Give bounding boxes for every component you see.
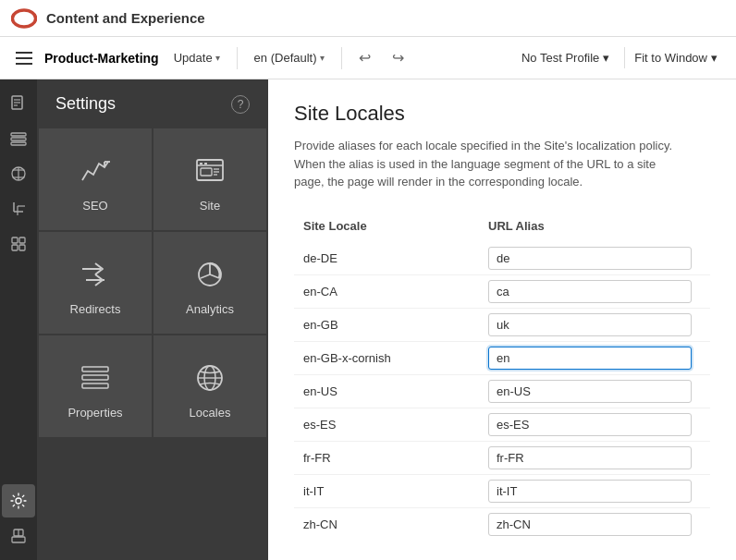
icon-rail	[0, 79, 37, 560]
locale-cell: en-GB	[294, 308, 479, 341]
svg-rect-29	[204, 163, 207, 164]
seo-icon	[77, 152, 114, 189]
alias-input[interactable]	[488, 446, 692, 469]
rail-theme-icon[interactable]	[2, 227, 35, 261]
alias-cell[interactable]	[479, 441, 710, 474]
settings-item-redirects[interactable]: Redirects	[39, 232, 152, 334]
properties-icon	[77, 359, 114, 396]
alias-cell[interactable]	[479, 242, 710, 275]
locale-chevron-icon: ▾	[320, 53, 325, 63]
alias-cell[interactable]	[479, 474, 710, 507]
fit-to-window-button[interactable]: Fit to Window ▾	[624, 47, 727, 68]
update-chevron-icon: ▾	[215, 53, 220, 63]
svg-rect-40	[82, 367, 108, 371]
svg-line-38	[210, 274, 219, 278]
locale-selector-button[interactable]: en (Default) ▾	[247, 47, 332, 68]
settings-item-seo[interactable]: SEO	[39, 128, 152, 230]
table-row: de-DE	[294, 242, 710, 275]
page-description: Provide aliases for each locale specifie…	[294, 137, 682, 191]
analytics-icon	[191, 256, 228, 293]
svg-rect-18	[12, 245, 18, 250]
settings-item-properties[interactable]: Properties	[39, 335, 152, 437]
alias-input[interactable]	[488, 280, 692, 303]
settings-item-properties-label: Properties	[67, 406, 122, 420]
rail-page-icon[interactable]	[2, 87, 35, 120]
title-bar: Content and Experience	[0, 0, 736, 37]
svg-line-39	[201, 274, 210, 278]
settings-item-analytics-label: Analytics	[186, 302, 234, 316]
rail-publish-icon[interactable]	[2, 519, 35, 553]
svg-rect-41	[82, 375, 108, 380]
main-layout: Settings ? SEO	[0, 79, 736, 560]
alias-input[interactable]	[488, 513, 692, 536]
settings-item-seo-label: SEO	[82, 199, 107, 213]
locale-cell: it-IT	[294, 474, 479, 507]
site-name: Product-Marketing	[44, 51, 159, 66]
rail-components-icon[interactable]	[2, 157, 35, 190]
separator-1	[237, 47, 238, 69]
profile-chevron-icon: ▾	[603, 51, 609, 65]
svg-rect-28	[200, 163, 202, 164]
rail-structure-icon[interactable]	[2, 122, 35, 155]
svg-rect-30	[201, 168, 212, 176]
svg-rect-42	[82, 383, 108, 388]
table-row: it-IT	[294, 474, 710, 507]
col-alias-header: URL Alias	[479, 213, 710, 242]
alias-input[interactable]	[488, 413, 692, 436]
locale-cell: zh-CN	[294, 507, 479, 541]
alias-cell[interactable]	[479, 408, 710, 441]
svg-rect-5	[11, 133, 26, 136]
alias-input[interactable]	[488, 480, 692, 503]
alias-cell[interactable]	[479, 274, 710, 308]
rail-settings-icon[interactable]	[2, 484, 35, 517]
content-area: Site Locales Provide aliases for each lo…	[268, 79, 736, 560]
locale-cell: de-DE	[294, 242, 479, 275]
sidebar: Settings ? SEO	[37, 79, 268, 560]
undo-button[interactable]: ↩	[351, 44, 379, 72]
app-title: Content and Experience	[46, 10, 205, 26]
settings-item-site[interactable]: Site	[153, 128, 266, 230]
table-row: en-US	[294, 374, 710, 408]
svg-point-0	[12, 9, 35, 26]
settings-item-redirects-label: Redirects	[70, 302, 121, 316]
sidebar-help-button[interactable]: ?	[231, 95, 250, 114]
locale-cell: en-GB-x-cornish	[294, 341, 479, 374]
toolbar: Product-Marketing Update ▾ en (Default) …	[0, 37, 736, 79]
page-title: Site Locales	[294, 102, 710, 126]
redo-button[interactable]: ↪	[385, 44, 412, 72]
locale-cell: es-ES	[294, 408, 479, 441]
alias-input[interactable]	[488, 313, 692, 336]
locales-table: Site Locale URL Alias de-DEen-CAen-GBen-…	[294, 213, 710, 541]
table-row: fr-FR	[294, 441, 710, 474]
settings-item-analytics[interactable]: Analytics	[153, 232, 266, 334]
locale-cell: en-CA	[294, 274, 479, 308]
fit-chevron-icon: ▾	[711, 51, 718, 65]
menu-toggle-button[interactable]	[9, 43, 39, 73]
col-locale-header: Site Locale	[294, 213, 479, 242]
settings-item-site-label: Site	[200, 199, 220, 213]
svg-rect-21	[12, 537, 25, 542]
svg-rect-6	[11, 138, 26, 140]
svg-point-20	[16, 498, 21, 504]
redirects-icon	[77, 256, 114, 293]
alias-input[interactable]	[488, 247, 692, 270]
settings-grid: SEO Site	[37, 127, 268, 439]
alias-cell[interactable]	[479, 308, 710, 341]
sidebar-header: Settings ?	[37, 79, 268, 127]
update-button[interactable]: Update ▾	[166, 47, 227, 68]
table-row: zh-CN	[294, 507, 710, 541]
settings-item-locales[interactable]: Locales	[153, 335, 266, 437]
alias-cell[interactable]	[479, 374, 710, 408]
alias-input[interactable]	[488, 347, 692, 370]
svg-rect-16	[12, 237, 18, 243]
locale-cell: fr-FR	[294, 441, 479, 474]
table-row: en-CA	[294, 274, 710, 308]
table-row: en-GB	[294, 308, 710, 341]
alias-cell[interactable]	[479, 341, 710, 374]
test-profile-button[interactable]: No Test Profile ▾	[512, 47, 619, 68]
alias-cell[interactable]	[479, 507, 710, 541]
rail-crop-icon[interactable]	[2, 192, 35, 225]
site-icon	[191, 152, 228, 189]
sidebar-title: Settings	[55, 94, 116, 114]
alias-input[interactable]	[488, 380, 692, 403]
